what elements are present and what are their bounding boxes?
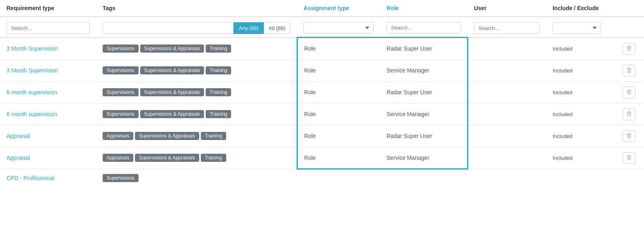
filter-row: Any (88) All (88) Role User [0, 17, 644, 38]
actions-cell [616, 59, 644, 81]
include-cell: Included [546, 147, 616, 169]
delete-button[interactable] [623, 43, 636, 55]
assign-type-select[interactable]: Role User [303, 22, 373, 34]
user-cell [467, 169, 546, 187]
table-row: CPD - ProfessionalSupervisions [0, 169, 644, 187]
req-cell: CPD - Professional [0, 169, 96, 187]
role-cell: Radar Super User [380, 81, 467, 103]
filter-include: Included Excluded [546, 17, 616, 38]
filter-actions [616, 17, 644, 38]
tag-badge: Supervisions [103, 66, 139, 74]
user-cell [467, 59, 546, 81]
col-header-actions [616, 0, 644, 17]
include-cell: Included [546, 103, 616, 125]
table-row: AppraisalAppraisalsSupervisions & Apprai… [0, 125, 644, 147]
delete-button[interactable] [623, 152, 636, 164]
req-cell: 3 Month Supervision [0, 59, 96, 81]
include-exclude-select[interactable]: Included Excluded [553, 22, 601, 34]
tag-badge: Supervisions & Appraisals [140, 66, 204, 74]
req-cell: 6 month supervision [0, 81, 96, 103]
include-cell: Included [546, 125, 616, 147]
tag-badge: Supervisions & Appraisals [140, 110, 204, 118]
user-search-input[interactable] [474, 22, 540, 34]
tags-cell: AppraisalsSupervisions & AppraisalsTrain… [96, 147, 297, 169]
user-cell [467, 81, 546, 103]
filter-req [0, 17, 96, 38]
include-cell [546, 169, 616, 187]
tag-badge: Supervisions & Appraisals [140, 45, 204, 53]
role-cell: Radar Super User [380, 125, 467, 147]
assign-cell: Role [297, 125, 380, 147]
role-cell [380, 169, 467, 187]
filter-assign: Role User [297, 17, 380, 38]
assign-cell: Role [297, 147, 380, 169]
tag-badge: Appraisals [103, 154, 133, 162]
col-header-req: Requirement type [0, 0, 96, 17]
req-cell: 3 Month Supervision [0, 38, 96, 60]
tags-cell: SupervisionsSupervisions & AppraisalsTra… [96, 59, 297, 81]
tag-badge: Appraisals [103, 132, 133, 140]
req-cell: Appraisal [0, 125, 96, 147]
tags-cell: AppraisalsSupervisions & AppraisalsTrain… [96, 125, 297, 147]
tags-cell: Supervisions [96, 169, 297, 187]
table-row: 3 Month SupervisionSupervisionsSupervisi… [0, 38, 644, 60]
tags-cell: SupervisionsSupervisions & AppraisalsTra… [96, 81, 297, 103]
filter-role [380, 17, 467, 38]
table-row: AppraisalAppraisalsSupervisions & Apprai… [0, 147, 644, 169]
tag-badge: Training [201, 132, 226, 140]
include-cell: Included [546, 81, 616, 103]
tag-badge: Supervisions & Appraisals [140, 88, 204, 96]
tag-badge: Supervisions [103, 174, 139, 182]
delete-button[interactable] [623, 87, 636, 98]
table-body: 3 Month SupervisionSupervisionsSupervisi… [0, 38, 644, 187]
req-cell: 6 month supervision [0, 103, 96, 125]
table-row: 6 month supervisionSupervisionsSupervisi… [0, 81, 644, 103]
user-cell [467, 147, 546, 169]
role-cell: Service Manager [380, 59, 467, 81]
actions-cell [616, 169, 644, 187]
data-table: Requirement type Tags Assignment type Ro… [0, 0, 644, 187]
user-cell [467, 125, 546, 147]
tag-badge: Training [206, 45, 231, 53]
tag-badge: Training [206, 88, 231, 96]
actions-cell [616, 38, 644, 60]
assign-cell [297, 169, 380, 187]
table-row: 6 month supervisionSupervisionsSupervisi… [0, 103, 644, 125]
tags-cell: SupervisionsSupervisions & AppraisalsTra… [96, 38, 297, 60]
table-row: 3 Month SupervisionSupervisionsSupervisi… [0, 59, 644, 81]
tags-all-button[interactable]: All (88) [264, 22, 290, 34]
delete-button[interactable] [623, 108, 636, 120]
req-search-input[interactable] [6, 22, 90, 34]
tags-text-input[interactable] [103, 22, 234, 34]
tag-badge: Training [206, 110, 231, 118]
actions-cell [616, 147, 644, 169]
tag-badge: Supervisions & Appraisals [135, 154, 199, 162]
role-cell: Service Manager [380, 103, 467, 125]
delete-button[interactable] [623, 130, 636, 142]
tags-filter-group: Any (88) All (88) [103, 22, 290, 34]
role-search-input[interactable] [387, 22, 461, 34]
user-cell [467, 38, 546, 60]
role-cell: Radar Super User [380, 38, 467, 60]
tag-badge: Training [206, 66, 231, 74]
actions-cell [616, 125, 644, 147]
col-header-include: Include / Exclude [546, 0, 616, 17]
tag-badge: Supervisions [103, 45, 139, 53]
assign-cell: Role [297, 103, 380, 125]
tag-badge: Supervisions & Appraisals [135, 132, 199, 140]
include-cell: Included [546, 59, 616, 81]
assign-cell: Role [297, 81, 380, 103]
header-row: Requirement type Tags Assignment type Ro… [0, 0, 644, 17]
tags-any-button[interactable]: Any (88) [234, 22, 264, 34]
filter-tags: Any (88) All (88) [96, 17, 297, 38]
include-cell: Included [546, 38, 616, 60]
col-header-user: User [467, 0, 546, 17]
assign-cell: Role [297, 59, 380, 81]
user-cell [467, 103, 546, 125]
col-header-role: Role [380, 0, 467, 17]
actions-cell [616, 81, 644, 103]
req-cell: Appraisal [0, 147, 96, 169]
tags-cell: SupervisionsSupervisions & AppraisalsTra… [96, 103, 297, 125]
tag-badge: Supervisions [103, 110, 139, 118]
delete-button[interactable] [623, 65, 636, 76]
